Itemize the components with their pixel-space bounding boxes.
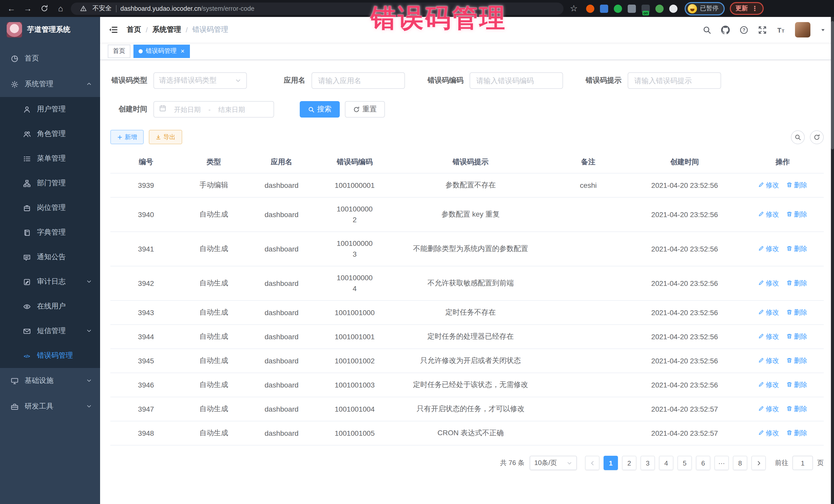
bookmark-star-icon[interactable]: ☆ (569, 3, 579, 14)
browser-scrollbar[interactable] (831, 17, 834, 504)
pager-page-1[interactable]: 1 (603, 456, 618, 470)
edit-button[interactable]: 修改 (758, 356, 779, 366)
create-time-range-picker[interactable]: - (153, 101, 274, 117)
user-avatar[interactable] (795, 22, 810, 38)
sidebar-item-dept[interactable]: 部门管理 (0, 171, 100, 196)
export-button[interactable]: 导出 (149, 130, 182, 144)
sidebar-item-infra[interactable]: 基础设施 (0, 368, 100, 394)
edit-button[interactable]: 修改 (758, 332, 779, 341)
delete-button[interactable]: 删除 (786, 181, 807, 190)
chevron-down-icon[interactable] (820, 27, 826, 32)
browser-forward-icon[interactable]: → (23, 3, 33, 14)
add-button[interactable]: 新增 (110, 130, 144, 144)
github-icon[interactable] (721, 25, 730, 34)
green-circle-extension-icon[interactable] (614, 4, 622, 13)
edit-button[interactable]: 修改 (758, 380, 779, 390)
reset-button[interactable]: 重置 (345, 101, 385, 117)
tag-active[interactable]: 错误码管理× (133, 44, 190, 58)
cell-remark (549, 301, 628, 325)
delete-button[interactable]: 删除 (786, 332, 807, 341)
delete-button[interactable]: 删除 (786, 210, 807, 219)
pager-page-5[interactable]: 5 (678, 456, 692, 470)
browser-update-button[interactable]: 更新 ⋮ (730, 2, 764, 15)
filter-group-time: 创建时间 - (110, 101, 274, 117)
sidebar-item-online-user[interactable]: 在线用户 (0, 294, 100, 319)
sidebar-item-error-code[interactable]: </>错误码管理 (0, 343, 100, 368)
sidebar-item-post[interactable]: 岗位管理 (0, 196, 100, 220)
sidebar-item-menu[interactable]: 菜单管理 (0, 146, 100, 171)
sidebar-item-notice[interactable]: 通知公告 (0, 245, 100, 269)
blue-gem-extension-icon[interactable] (600, 4, 608, 13)
breadcrumb-item[interactable]: 系统管理 (152, 25, 181, 35)
app-logo-row[interactable]: 芋道管理系统 (0, 17, 100, 43)
pager-page-6[interactable]: 6 (696, 456, 710, 470)
font-size-icon[interactable]: TT (776, 25, 785, 34)
cell-app: dashboard (246, 232, 317, 266)
search-button[interactable]: 搜索 (300, 101, 340, 117)
tag-0[interactable]: 首页 (108, 44, 130, 58)
fullscreen-icon[interactable] (758, 25, 767, 34)
security-label[interactable]: 不安全 (92, 4, 112, 13)
edit-button[interactable]: 修改 (758, 181, 779, 190)
delete-button[interactable]: 删除 (786, 404, 807, 414)
page-size-select[interactable]: 10条/页 (530, 456, 577, 470)
sidebar-item-dict[interactable]: 字典管理 (0, 220, 100, 245)
browser-reload-icon[interactable] (39, 3, 49, 14)
refresh-table-button[interactable] (810, 130, 824, 144)
green-key-extension-icon[interactable] (655, 4, 664, 13)
edit-button[interactable]: 修改 (758, 210, 779, 219)
profile-paused-pill[interactable]: 已暂停 (685, 2, 725, 15)
scrollbar-thumb[interactable] (831, 21, 834, 149)
sidebar-item-role[interactable]: 角色管理 (0, 122, 100, 146)
sidebar-toggle-icon[interactable] (108, 25, 118, 35)
edit-button[interactable]: 修改 (758, 404, 779, 414)
app-name-input[interactable] (311, 72, 405, 89)
pager-page-4[interactable]: 4 (659, 456, 673, 470)
sidebar-item-dev-tools[interactable]: 研发工具 (0, 394, 100, 419)
sidebar-item-system[interactable]: 系统管理 (0, 71, 100, 97)
pager-page-3[interactable]: 3 (640, 456, 655, 470)
start-date-input[interactable] (168, 106, 206, 113)
extension-badge: on (642, 10, 649, 15)
error-type-select[interactable]: 请选择错误码类型 (153, 72, 247, 89)
edit-button[interactable]: 修改 (758, 308, 779, 317)
end-date-input[interactable] (213, 106, 251, 113)
browser-back-icon[interactable]: ← (6, 3, 17, 14)
next-page-button[interactable] (751, 456, 766, 470)
sidebar-item-audit-log[interactable]: 审计日志 (0, 269, 100, 294)
puzzle-extension-icon[interactable] (669, 4, 678, 13)
search-icon[interactable] (703, 25, 711, 34)
prev-page-button[interactable] (585, 456, 599, 470)
goto-page-input[interactable] (792, 456, 813, 470)
delete-button[interactable]: 删除 (786, 279, 807, 288)
toggle-search-button[interactable] (791, 130, 805, 144)
edit-button[interactable]: 修改 (758, 244, 779, 254)
cell-type: 自动生成 (182, 373, 246, 397)
error-code-input[interactable] (469, 72, 563, 89)
help-icon[interactable]: ? (740, 25, 748, 34)
cell-type: 自动生成 (182, 301, 246, 325)
switch-extension-icon[interactable]: on (641, 4, 650, 13)
sidebar-item-sms[interactable]: 短信管理 (0, 319, 100, 343)
sidebar-item-user[interactable]: 用户管理 (0, 97, 100, 122)
pager-ellipsis[interactable]: ··· (715, 456, 729, 470)
orange-extension-icon[interactable] (586, 4, 594, 13)
edit-button[interactable]: 修改 (758, 279, 779, 288)
delete-button[interactable]: 删除 (786, 244, 807, 254)
pager-page-2[interactable]: 2 (622, 456, 636, 470)
tag-close-icon[interactable]: × (181, 48, 184, 54)
cell-actions: 修改删除 (742, 325, 824, 349)
cell-time: 2021-04-20 23:52:56 (628, 232, 742, 266)
delete-button[interactable]: 删除 (786, 308, 807, 317)
delete-button[interactable]: 删除 (786, 429, 807, 438)
sidebar-item-home[interactable]: 首页 (0, 46, 100, 71)
delete-button[interactable]: 删除 (786, 356, 807, 366)
error-msg-input[interactable] (628, 72, 721, 89)
grid-extension-icon[interactable] (628, 4, 636, 13)
edit-button[interactable]: 修改 (758, 429, 779, 438)
delete-button[interactable]: 删除 (786, 380, 807, 390)
breadcrumb-item[interactable]: 首页 (127, 25, 141, 35)
browser-menu-icon[interactable]: ⋮ (751, 5, 758, 12)
browser-home-icon[interactable]: ⌂ (56, 3, 66, 14)
pager-page-8[interactable]: 8 (733, 456, 747, 470)
